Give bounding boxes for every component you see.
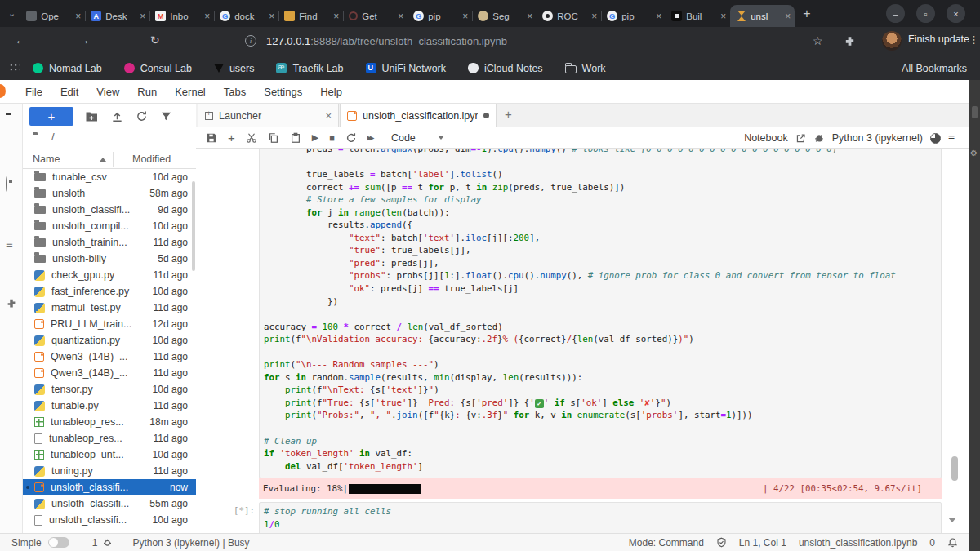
breadcrumb-root[interactable]: / [51,131,55,143]
tab-close-icon[interactable]: × [720,11,726,21]
running-sessions-icon[interactable] [6,177,7,192]
extensions-manager-icon[interactable] [6,298,17,313]
tab-close-icon[interactable]: × [656,11,662,21]
kernel-busy-indicator[interactable] [930,133,941,144]
browser-tab[interactable]: Inbo× [149,5,214,27]
tab-close-icon[interactable]: × [462,11,468,21]
all-bookmarks-button[interactable]: All Bookmarks [902,63,967,74]
new-launcher-button[interactable]: + [29,107,74,126]
debugger-bug-icon[interactable] [813,132,825,144]
close-tab-icon[interactable]: × [325,109,332,122]
file-list-scrollbar[interactable] [192,181,195,271]
tab-search-chevron-icon[interactable]: ⌄ [8,8,16,19]
file-row[interactable]: tunable_csv10d ago [23,169,196,185]
refresh-icon[interactable] [136,110,148,126]
apps-grid-icon[interactable] [9,63,20,73]
notebook-scrollbar-thumb[interactable] [951,456,958,481]
paste-cells-icon[interactable] [290,132,301,144]
url-text[interactable]: 127.0.0.1:8888/lab/tree/unsloth_classifi… [266,35,507,47]
forward-icon[interactable]: → [78,33,90,47]
cell-type-dropdown[interactable]: Code [391,132,416,144]
file-row[interactable]: check_gpu.py11d ago [23,267,196,283]
browser-tab[interactable]: unsl× [730,5,795,27]
browser-tab[interactable]: Buil× [666,5,730,27]
finish-update-button[interactable]: Finish update [908,33,969,45]
tab-launcher[interactable]: Launcher × [198,104,339,127]
window-maximize-button[interactable]: ▫ [916,4,935,23]
bookmark-item[interactable]: Nomad Lab [33,63,102,74]
file-row[interactable]: PRU_LLM_train...12d ago [23,316,196,332]
file-row[interactable]: unsloth-billy5d ago [23,251,196,267]
tab-close-icon[interactable]: × [591,11,597,21]
simple-mode-toggle[interactable] [48,537,69,548]
browser-tab[interactable]: pip× [601,5,666,27]
file-row[interactable]: unsloth_compil...10d ago [23,218,196,234]
menu-tabs[interactable]: Tabs [215,86,255,98]
bookmark-item[interactable]: users [214,63,255,74]
profile-avatar[interactable] [882,31,902,51]
restart-kernel-icon[interactable] [345,132,357,144]
file-row[interactable]: fast_inference.py10d ago [23,283,196,300]
file-row[interactable]: unsloth_classifi...now [23,479,196,495]
tab-close-icon[interactable]: × [398,11,403,21]
restart-run-all-icon[interactable]: ▸▸ [368,133,372,142]
bookmark-item[interactable]: UniFi Network [366,63,447,74]
status-bug-icon[interactable] [102,537,113,548]
tab-close-icon[interactable]: × [785,11,791,21]
browser-tab[interactable]: Desk× [85,5,149,27]
site-info-icon[interactable]: i [245,35,256,47]
tab-close-icon[interactable]: × [269,11,274,21]
trust-shield-icon[interactable] [716,537,727,548]
sort-ascending-icon[interactable] [100,158,106,162]
file-row[interactable]: matmul_test.py11d ago [23,300,196,316]
menu-view[interactable]: View [87,86,128,98]
copy-cells-icon[interactable] [268,132,279,144]
file-row[interactable]: unsloth_classifi...10d ago [23,512,196,528]
code-cell-input[interactable]: preds = torch.argmax(probs, dim=-1).cpu(… [259,149,942,478]
file-row[interactable]: unsloth_trainin...11d ago [23,234,196,251]
menu-edit[interactable]: Edit [51,86,87,98]
interrupt-kernel-icon[interactable]: ■ [329,133,335,143]
file-row[interactable]: tunableop_res...18m ago [23,414,196,430]
file-row[interactable]: tuning.py11d ago [23,463,196,479]
browser-menu-icon[interactable]: ⋮ [969,33,979,46]
new-document-tab-button[interactable]: + [505,107,512,121]
tab-close-icon[interactable]: × [75,11,81,21]
notebook-scroll-area[interactable]: preds = torch.argmax(probs, dim=-1).cpu(… [196,149,969,533]
new-folder-icon[interactable] [85,110,98,126]
file-row[interactable]: tunable.py11d ago [23,398,196,414]
column-modified[interactable]: Modified [132,153,171,165]
upload-icon[interactable] [111,110,123,126]
browser-tab[interactable]: Get× [343,5,408,27]
tab-notebook[interactable]: unsloth_classification.ipynb [340,104,497,127]
file-row[interactable]: Qwen3_(14B)_...11d ago [23,365,196,381]
command-mode-label[interactable]: Mode: Command [629,537,704,549]
cursor-position-label[interactable]: Ln 1, Col 1 [739,537,786,549]
file-row[interactable]: Qwen3_(14B)_...11d ago [23,349,196,365]
cut-cells-icon[interactable] [246,132,257,144]
menu-file[interactable]: File [16,86,51,98]
file-row[interactable]: unsloth_classifi...55m ago [23,495,196,512]
bookmark-item[interactable]: Consul Lab [124,63,192,74]
browser-tab[interactable]: ROC× [537,5,601,27]
unsaved-changes-dot[interactable] [483,113,489,118]
tab-close-icon[interactable]: × [333,11,339,21]
back-icon[interactable]: ← [15,33,26,47]
bookmark-item[interactable]: Work [565,63,606,74]
window-close-button[interactable]: × [947,4,965,23]
file-row[interactable]: tunableop_res...11d ago [23,430,196,447]
new-tab-button[interactable]: + [803,7,810,21]
filter-icon[interactable] [160,110,172,126]
bookmark-item[interactable]: iCloud Notes [468,63,543,74]
table-of-contents-icon[interactable]: ≡ [6,237,13,251]
menu-kernel[interactable]: Kernel [166,86,215,98]
notification-bell-icon[interactable] [947,537,958,548]
browser-tab[interactable]: dock× [214,5,278,27]
menu-run[interactable]: Run [128,86,166,98]
window-minimize-button[interactable]: – [886,4,905,23]
browser-tab[interactable]: Seg× [472,5,537,27]
tab-close-icon[interactable]: × [140,11,145,21]
tab-close-icon[interactable]: × [204,11,210,21]
browser-tab[interactable]: pip× [408,5,472,27]
file-row[interactable]: quantization.py10d ago [23,332,196,349]
